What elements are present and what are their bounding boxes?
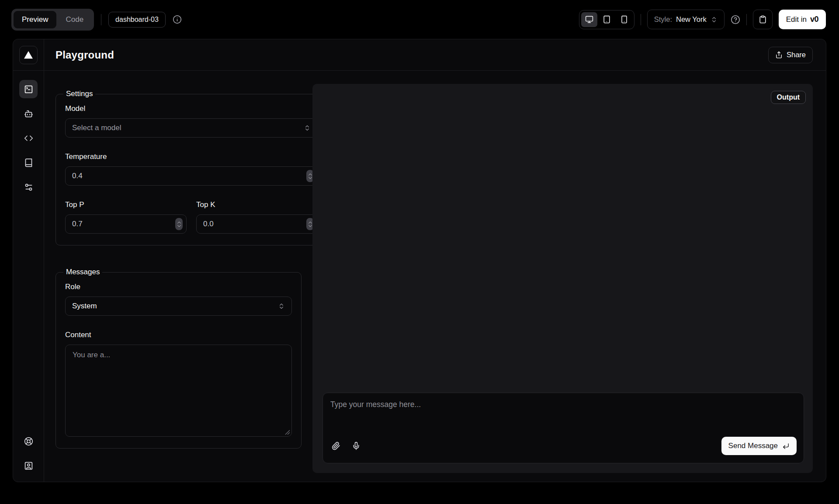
bot-icon — [24, 109, 33, 118]
sidebar-item-playground[interactable] — [19, 80, 38, 98]
device-toggle-group — [579, 10, 634, 29]
tablet-icon — [603, 15, 611, 24]
code-tab[interactable]: Code — [57, 11, 92, 28]
send-message-label: Send Message — [728, 442, 778, 450]
top-p-stepper[interactable] — [175, 218, 183, 230]
mic-icon — [352, 442, 361, 450]
preview-frame: Playground Share Settings Model Select a… — [13, 39, 826, 482]
smartphone-icon — [620, 15, 628, 24]
block-name-badge[interactable]: dashboard-03 — [108, 12, 166, 28]
main-area: Playground Share Settings Model Select a… — [44, 39, 826, 482]
style-select[interactable]: Style: New York — [647, 10, 725, 29]
model-select-value: Select a model — [72, 124, 121, 132]
copy-code-button[interactable] — [753, 10, 773, 29]
sidebar-header — [13, 39, 44, 71]
sidebar-item-api[interactable] — [19, 129, 38, 147]
content-label: Content — [65, 331, 292, 339]
top-p-input[interactable] — [66, 220, 175, 228]
top-p-group: Top P — [65, 186, 187, 234]
code-icon — [24, 134, 33, 143]
chevron-up-icon — [308, 221, 312, 224]
role-select[interactable]: System — [65, 297, 292, 316]
toolbar-divider — [641, 14, 641, 25]
clipboard-icon — [759, 15, 767, 24]
sidebar-item-account[interactable] — [19, 456, 38, 475]
square-terminal-icon — [24, 85, 33, 94]
content-field — [65, 345, 292, 437]
temperature-input[interactable] — [66, 172, 306, 180]
share-button[interactable]: Share — [768, 47, 813, 63]
paperclip-icon — [332, 442, 340, 450]
monitor-icon — [585, 15, 593, 24]
content-area: Settings Model Select a model Temperatur… — [44, 71, 826, 482]
share-icon — [775, 51, 783, 59]
top-k-field — [196, 214, 318, 234]
model-select[interactable]: Select a model — [65, 118, 318, 138]
top-p-field — [65, 214, 187, 234]
help-icon[interactable] — [731, 15, 740, 24]
send-message-button[interactable]: Send Message — [721, 437, 797, 455]
sidebar-item-documentation[interactable] — [19, 153, 38, 172]
mobile-view-button[interactable] — [616, 12, 632, 27]
view-toggle: Preview Code — [11, 9, 94, 31]
sidebar-item-help[interactable] — [19, 432, 38, 450]
sidebar-bottom-nav — [19, 432, 38, 482]
message-composer: Send Message — [322, 393, 804, 463]
vercel-triangle-icon — [24, 51, 33, 59]
chevron-down-icon — [308, 224, 312, 228]
top-k-label: Top K — [196, 200, 318, 209]
toolbar-left-group: Preview Code dashboard-03 — [11, 9, 182, 31]
content-textarea[interactable] — [66, 345, 291, 436]
style-select-label: Style: — [654, 15, 672, 24]
corner-down-left-icon — [782, 442, 790, 450]
sidebar — [13, 39, 44, 482]
temperature-label: Temperature — [65, 152, 318, 161]
output-badge: Output — [771, 91, 806, 104]
messages-fieldset: Messages Role System Content — [55, 268, 302, 449]
edit-in-v0-button[interactable]: Edit in v0 — [779, 10, 826, 29]
toolbar-divider — [746, 14, 747, 25]
use-microphone-button[interactable] — [352, 442, 361, 450]
attach-file-button[interactable] — [332, 442, 340, 450]
page-title: Playground — [55, 49, 114, 61]
sidebar-item-settings[interactable] — [19, 178, 38, 196]
chevron-down-icon — [177, 224, 181, 228]
chevron-down-icon — [308, 176, 312, 180]
square-user-icon — [24, 461, 33, 470]
preview-tab[interactable]: Preview — [14, 11, 56, 28]
desktop-view-button[interactable] — [581, 12, 597, 27]
output-panel: Output Send Message — [312, 84, 813, 473]
info-icon[interactable] — [173, 15, 182, 24]
sidebar-nav — [19, 71, 38, 196]
share-button-label: Share — [787, 51, 806, 59]
settings-legend: Settings — [63, 90, 95, 98]
v0-logo: v0 — [810, 15, 818, 24]
home-logo-button[interactable] — [19, 46, 38, 64]
chevrons-up-down-icon — [304, 124, 311, 131]
life-buoy-icon — [24, 437, 33, 446]
style-select-value: New York — [676, 15, 707, 24]
message-input[interactable] — [323, 393, 804, 437]
tablet-view-button[interactable] — [599, 12, 615, 27]
model-label: Model — [65, 104, 318, 113]
settings-sliders-icon — [24, 183, 33, 192]
composer-actions-row: Send Message — [323, 437, 804, 463]
chevron-up-icon — [308, 173, 312, 176]
sidebar-item-models[interactable] — [19, 104, 38, 123]
book-icon — [24, 158, 33, 167]
top-k-input[interactable] — [197, 220, 306, 228]
configuration-column: Settings Model Select a model Temperatur… — [55, 84, 302, 473]
top-toolbar: Preview Code dashboard-03 Style: New Yor… — [0, 0, 839, 39]
toolbar-divider — [101, 14, 101, 25]
edit-in-v0-label: Edit in — [786, 15, 807, 24]
chevrons-up-down-icon — [278, 303, 285, 310]
messages-legend: Messages — [63, 268, 102, 276]
chevrons-up-down-icon — [711, 16, 718, 23]
settings-fieldset: Settings Model Select a model Temperatur… — [55, 90, 327, 245]
page-header: Playground Share — [44, 39, 826, 71]
toolbar-right-group: Style: New York Edit in v0 — [579, 10, 826, 29]
role-select-value: System — [72, 302, 97, 311]
top-p-top-k-row: Top P Top K — [65, 186, 318, 234]
temperature-field — [65, 166, 318, 186]
role-label: Role — [65, 283, 292, 291]
